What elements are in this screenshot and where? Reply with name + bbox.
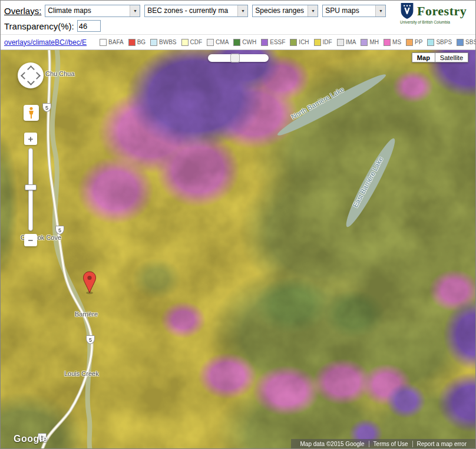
lake-label-north-barriere: North Barrière Lake (290, 85, 345, 120)
overlay-transparency-slider[interactable] (208, 54, 269, 62)
legend-swatch (361, 39, 368, 46)
bec-zones-select-value: BEC zones - currently ma (145, 6, 237, 15)
report-map-error-link[interactable]: Report a map error (412, 441, 471, 447)
species-ranges-select[interactable]: Species ranges ▼ (252, 5, 318, 17)
terms-of-use-link[interactable]: Terms of Use (369, 441, 412, 447)
legend-swatch (181, 39, 189, 46)
spu-maps-select[interactable]: SPU maps ▼ (322, 5, 386, 17)
logo-row: Forestry (400, 2, 470, 19)
legend-item-bg: BG (128, 39, 146, 46)
dropdown-arrow-icon: ▼ (130, 5, 140, 16)
legend-swatch (207, 39, 214, 46)
dropdown-arrow-icon: ▼ (375, 5, 385, 16)
pan-down-icon[interactable] (27, 78, 35, 85)
river-path (52, 50, 90, 448)
zoom-in-button[interactable]: + (24, 133, 37, 145)
legend-item-sbs: SBS (457, 39, 476, 46)
map-type-satellite-button[interactable]: Satellite (435, 52, 468, 62)
legend-swatch (150, 39, 157, 46)
legend-bar: overlays/climateBC//bec/E BAFA BG BWBS C… (1, 35, 475, 50)
transparency-input[interactable] (77, 20, 101, 32)
map-marker-pin[interactable] (82, 271, 97, 295)
legend-item-essf: ESSF (261, 39, 285, 46)
place-label-louis-creek: Louis Creek (64, 370, 99, 377)
pan-up-icon[interactable] (27, 65, 35, 73)
legend-item-pp: PP (406, 39, 422, 46)
map-attribution: Map data ©2015 Google Terms of Use Repor… (291, 439, 475, 448)
pegman-icon (27, 106, 35, 120)
map-canvas[interactable]: Chu Chua Chinook Cove Barrière Louis Cre… (1, 50, 475, 448)
legend-swatch (233, 39, 240, 46)
dropdown-arrow-icon: ▼ (237, 5, 247, 16)
app-window: Overlays: Climate maps ▼ BEC zones - cur… (0, 0, 476, 449)
legend-item-ima: IMA (337, 39, 356, 46)
ubc-shield-icon (400, 2, 414, 19)
legend-swatch (290, 39, 297, 46)
zoom-out-button[interactable]: − (24, 234, 37, 246)
overlays-link[interactable]: Overlays: (4, 6, 41, 16)
terrain-texture (1, 50, 475, 448)
zoom-slider-handle[interactable] (25, 184, 37, 190)
logo-wordmark: Forestry (417, 4, 467, 19)
google-logo[interactable]: Google (14, 434, 48, 444)
street-view-pegman[interactable] (24, 105, 39, 121)
pan-left-icon[interactable] (21, 72, 28, 80)
highway-5-shield: 5 (42, 103, 51, 112)
climate-maps-select[interactable]: Climate maps ▼ (45, 5, 140, 17)
spu-maps-select-value: SPU maps (323, 6, 375, 15)
map-type-control: Map Satellite (412, 52, 468, 62)
legend-item-idf: IDF (314, 39, 332, 46)
lake-label-east-barriere: East Barrière Lake (352, 156, 384, 209)
legend-swatch (457, 39, 464, 46)
legend-swatch (314, 39, 321, 46)
logo-tagline: University of British Columbia (400, 20, 470, 24)
toolbar: Overlays: Climate maps ▼ BEC zones - cur… (1, 1, 475, 35)
legend-item-mh: MH (361, 39, 379, 46)
map-type-map-button[interactable]: Map (412, 52, 435, 62)
climate-maps-select-value: Climate maps (45, 6, 130, 15)
legend-item-cdf: CDF (181, 39, 203, 46)
legend-item-sbps: SBPS (427, 39, 452, 46)
overlay-transparency-handle[interactable] (230, 54, 240, 62)
legend-item-bwbs: BWBS (150, 39, 176, 46)
legend-swatch (337, 39, 344, 46)
legend-item-bafa: BAFA (100, 39, 124, 46)
legend-swatch (384, 39, 391, 46)
pan-control[interactable] (18, 62, 44, 88)
map-features (1, 50, 475, 448)
species-ranges-select-value: Species ranges (253, 6, 308, 15)
legend-items: BAFA BG BWBS CDF CMA CWH ESSF ICH IDF IM… (100, 39, 476, 46)
highway-5-shield: 5 (86, 335, 95, 344)
overlay-path-link[interactable]: overlays/climateBC//bec/E (4, 38, 87, 47)
transparency-label: Transparency(%): (4, 21, 74, 31)
place-label-barriere: Barrière (75, 311, 98, 318)
pan-right-icon[interactable] (33, 72, 41, 80)
bec-zones-select[interactable]: BEC zones - currently ma ▼ (144, 5, 248, 17)
legend-swatch (427, 39, 434, 46)
legend-swatch (261, 39, 268, 46)
legend-item-cwh: CWH (233, 39, 256, 46)
legend-item-ms: MS (384, 39, 401, 46)
north-barriere-lake (275, 70, 388, 140)
place-label-chu-chua: Chu Chua (45, 70, 75, 77)
legend-swatch (128, 39, 135, 46)
legend-item-ich: ICH (290, 39, 309, 46)
dropdown-arrow-icon: ▼ (308, 5, 318, 16)
highway-5-shield: 5 (55, 226, 64, 235)
legend-swatch (100, 39, 107, 46)
legend-item-cma: CMA (207, 39, 229, 46)
legend-swatch (406, 39, 413, 46)
ubc-forestry-logo: Forestry University of British Columbia (400, 2, 470, 24)
map-data-copyright: Map data ©2015 Google (296, 441, 368, 447)
